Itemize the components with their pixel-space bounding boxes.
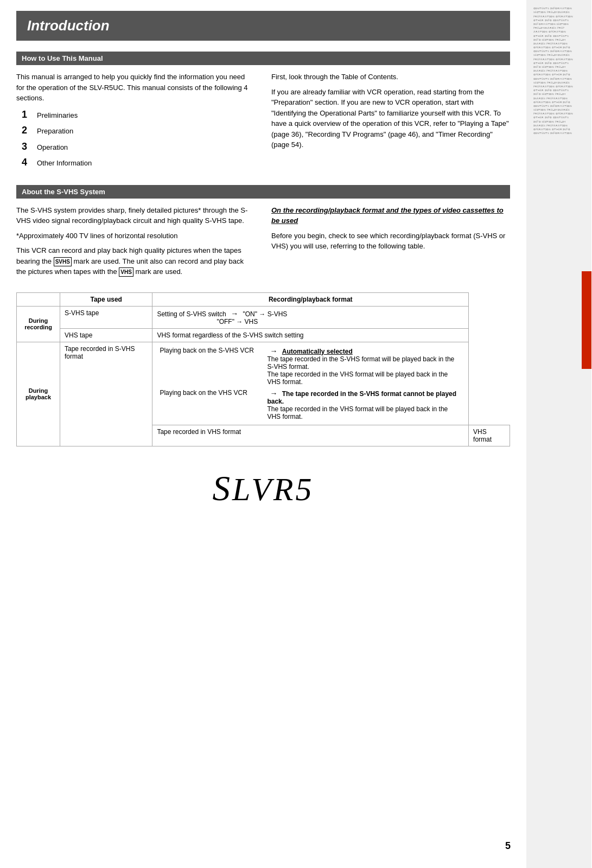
vhs-recorded-format-cell: VHS format <box>469 425 510 446</box>
list-num-2: 2 <box>22 125 33 136</box>
section2-para2: *Approximately 400 TV lines of horizonta… <box>16 231 255 241</box>
vhs-tape-cell: VHS tape <box>60 328 152 342</box>
svhs-tape-cell: S-VHS tape <box>60 306 152 328</box>
section2-header: About the S-VHS System <box>16 185 510 199</box>
list-num-1: 1 <box>22 109 33 120</box>
section-list: 1 Preliminaries 2 Preparation 3 Operatio… <box>22 109 255 169</box>
section2-para1: The S-VHS system provides sharp, finely … <box>16 205 255 226</box>
list-item: 4 Other Information <box>22 157 255 169</box>
section-svhs: About the S-VHS System The S-VHS system … <box>16 185 510 446</box>
section1-right-para2: If you are already familiar with VCR ope… <box>271 87 510 150</box>
section1-right-col: First, look through the Table of Content… <box>271 72 510 174</box>
svhs-mark: SVHS <box>54 257 72 266</box>
section2-right-para1: Before you begin, check to see which rec… <box>271 231 510 252</box>
during-recording-header: Duringrecording <box>17 306 60 342</box>
vhs-recorded-tape-cell: Tape recorded in VHS format <box>152 425 469 446</box>
section2-right-col: On the recording/playback format and the… <box>271 205 510 282</box>
table-header-empty <box>17 292 60 306</box>
svhs-tape-format-cell: Setting of S-VHS switch → "ON" → S-VHS "… <box>152 306 469 328</box>
table-row: Playing back on the S-VHS VCR → Automati… <box>157 345 464 387</box>
arrow-icon: → <box>231 309 238 318</box>
list-num-3: 3 <box>22 141 33 152</box>
section2-para3: This VCR can record and play back high q… <box>16 245 255 277</box>
model-name-section: 𝒮𝓛𝓥𝓡5 SLVR5 <box>16 468 510 509</box>
list-item: 2 Preparation <box>22 125 255 137</box>
table-header-tape: Tape used <box>60 292 152 306</box>
table-row: Duringrecording S-VHS tape Setting of S-… <box>17 306 510 328</box>
arrow-icon: → <box>270 389 277 398</box>
right-sidebar: ᴄᴏɴᴛᴇɴᴛs ɪɴFᴏʀᴍᴀᴛɪᴏɴ sᴇᴄᴛɪᴏɴ ᴘʀᴇʟɪᴍɪɴᴀʀɪ… <box>526 0 591 868</box>
section1-right-para1: First, look through the Table of Content… <box>271 72 510 82</box>
model-name-text: SLVR5 <box>16 468 510 509</box>
section2-right-header: On the recording/playback format and the… <box>271 205 510 226</box>
auto-selected-label: Automatically selected <box>282 348 353 355</box>
section-how-to-use: How to Use This Manual This manual is ar… <box>16 52 510 174</box>
list-label-4: Other Information <box>37 158 92 169</box>
inner-cell: → The tape recorded in the S-VHS format … <box>264 387 464 422</box>
table-row: VHS tape VHS format regardless of the S-… <box>17 328 510 342</box>
list-item: 1 Preliminaries <box>22 109 255 121</box>
section1-header: How to Use This Manual <box>16 52 510 65</box>
red-bar-accent <box>582 271 591 369</box>
page-title: Introduction <box>16 11 510 41</box>
section2-left-col: The S-VHS system provides sharp, finely … <box>16 205 255 282</box>
inner-table: Playing back on the S-VHS VCR → Automati… <box>157 345 464 422</box>
table-header-row: Tape used Recording/playback format <box>17 292 510 306</box>
section1-para1: This manual is arranged to help you quic… <box>16 72 255 104</box>
list-item: 3 Operation <box>22 141 255 153</box>
section1-left-col: This manual is arranged to help you quic… <box>16 72 255 174</box>
svhs-playback-format-cell: Playing back on the S-VHS VCR → Automati… <box>152 342 469 425</box>
inner-cell: → Automatically selected The tape record… <box>264 345 464 387</box>
vhs-mark: VHS <box>119 267 133 277</box>
cannot-playback-text: The tape recorded in the S-VHS format ca… <box>267 390 456 405</box>
inner-cell: Playing back on the S-VHS VCR <box>157 345 264 387</box>
table-row: Duringplayback Tape recorded in S-VHS fo… <box>17 342 510 425</box>
inner-cell: Playing back on the VHS VCR <box>157 387 264 422</box>
svhs-table: Tape used Recording/playback format Duri… <box>16 292 510 446</box>
list-label-2: Preparation <box>37 126 73 137</box>
list-num-4: 4 <box>22 157 33 168</box>
during-playback-header: Duringplayback <box>17 342 60 446</box>
list-label-1: Preliminaries <box>37 110 78 121</box>
table-row: Playing back on the VHS VCR → The tape r… <box>157 387 464 422</box>
sidebar-noise: ᴄᴏɴᴛᴇɴᴛs ɪɴFᴏʀᴍᴀᴛɪᴏɴ sᴇᴄᴛɪᴏɴ ᴘʀᴇʟɪᴍɪɴᴀʀɪ… <box>528 3 590 139</box>
svhs-recorded-tape-cell: Tape recorded in S-VHS format <box>60 342 152 446</box>
list-label-3: Operation <box>37 142 68 153</box>
arrow-icon: → <box>270 347 277 355</box>
page-number: 5 <box>505 840 511 852</box>
vhs-tape-format-cell: VHS format regardless of the S-VHS switc… <box>152 328 469 342</box>
table-header-format: Recording/playback format <box>152 292 469 306</box>
